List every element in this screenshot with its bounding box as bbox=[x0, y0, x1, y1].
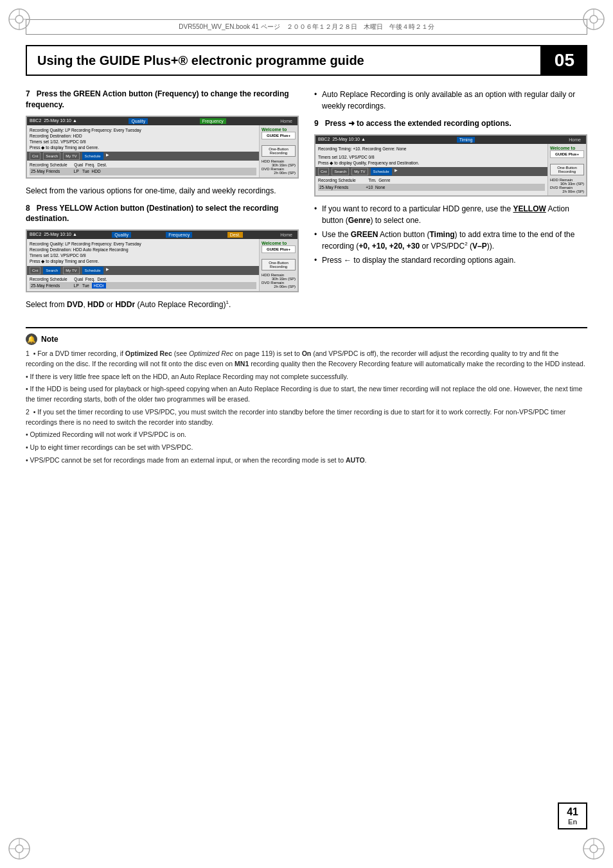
vp-text: V–P bbox=[472, 242, 487, 251]
content-columns: 7 Press the GREEN Action button (Frequen… bbox=[26, 89, 587, 317]
on-text: On bbox=[302, 350, 312, 357]
right-column: Auto Replace Recording is only available… bbox=[314, 89, 587, 317]
step7-heading: 7 Press the GREEN Action button (Frequen… bbox=[26, 89, 299, 111]
footnote2-b1: • Optimized Recording will not work if V… bbox=[26, 430, 587, 440]
footnote1-main: 1 • For a DVD timer recording, if Optimi… bbox=[26, 349, 587, 369]
footnote1-b1: • If there is very little free space lef… bbox=[26, 372, 587, 382]
auto-replace-bullet: Auto Replace Recording is only available… bbox=[314, 89, 587, 112]
hddr-text: HDDr bbox=[115, 300, 135, 309]
step9-heading: 9 Press ➜ to access the extended recordi… bbox=[314, 118, 587, 129]
footnote1-b2: • If the HDD is being used for playback … bbox=[26, 384, 587, 405]
genre-text: Genre bbox=[348, 216, 371, 225]
corner-br-decoration bbox=[581, 836, 607, 862]
page-number: 41 bbox=[567, 806, 578, 817]
green-text: GREEN bbox=[351, 230, 378, 239]
page-lang: En bbox=[567, 818, 578, 826]
step9-bullet3: Press ← to display the standard recordin… bbox=[314, 254, 587, 266]
tv-screen-step7: BBC2 25-May 10:10 ▲ Quality Frequency Ho… bbox=[26, 116, 299, 179]
chapter-number: 05 bbox=[542, 45, 587, 76]
tv-main-step9: Recording Timing: +10. Recording Genre: … bbox=[315, 144, 547, 195]
tv-screen-step8: BBC2 25-May 10:10 ▲ Quality Frequency De… bbox=[26, 229, 299, 292]
svg-point-13 bbox=[15, 845, 23, 853]
svg-point-1 bbox=[15, 15, 23, 23]
tv-main-step7: Recording Quality: LP Recording Frequenc… bbox=[27, 125, 259, 177]
tv-topbar-step9: BBC2 25-May 10:10 ▲ Timing Home bbox=[315, 136, 586, 144]
page-title: Using the GUIDE Plus+® electronic progra… bbox=[26, 45, 542, 76]
footnote2-b3: • VPS/PDC cannot be set for recordings m… bbox=[26, 456, 587, 466]
corner-bl-decoration bbox=[6, 836, 32, 862]
tv-topbar-step8: BBC2 25-May 10:10 ▲ Quality Frequency De… bbox=[27, 231, 298, 239]
page: DVR550H_WV_EN.book 41 ページ ２００６年１２月２８日 木曜… bbox=[0, 0, 613, 868]
note-section: 🔔 Note 1 • For a DVD timer recording, if… bbox=[26, 327, 587, 466]
yellow-text: YELLOW bbox=[513, 204, 546, 213]
note-icon: 🔔 bbox=[26, 333, 37, 345]
optimized-rec-italic: Optimized Rec bbox=[189, 350, 233, 357]
step9-bullets: If you want to record to a particular HD… bbox=[314, 203, 587, 266]
tv-sidebar-step7: Welcome to GUIDE Plus+ One-ButtonRecordi… bbox=[259, 125, 298, 177]
title-section: Using the GUIDE Plus+® electronic progra… bbox=[26, 45, 587, 76]
note-header: 🔔 Note bbox=[26, 333, 587, 345]
hdd-text: HDD bbox=[87, 300, 104, 309]
tv-body-step9: Recording Timing: +10. Recording Genre: … bbox=[315, 144, 586, 195]
svg-point-19 bbox=[590, 845, 598, 853]
tv-body-step7: Recording Quality: LP Recording Frequenc… bbox=[27, 125, 298, 177]
corner-tr-decoration bbox=[581, 6, 607, 32]
header-bar: DVR550H_WV_EN.book 41 ページ ２００６年１２月２８日 木曜… bbox=[26, 19, 587, 35]
tv-main-step8: Recording Quality: LP Recording Frequenc… bbox=[27, 239, 259, 291]
optimized-rec-bold: Optimized Rec bbox=[125, 350, 172, 357]
tv-body-step8: Recording Quality: LP Recording Frequenc… bbox=[27, 239, 298, 291]
auto-text: AUTO bbox=[346, 456, 365, 464]
times-text: +0, +10, +20, +30 bbox=[359, 242, 420, 251]
footnote2-b2: • Up to eight timer recordings can be se… bbox=[26, 443, 587, 453]
header-file-text: DVR550H_WV_EN.book 41 ページ ２００６年１２月２８日 木曜… bbox=[179, 23, 434, 30]
step8-para: Select from DVD, HDD or HDDr (Auto Repla… bbox=[26, 299, 299, 310]
step8-heading: 8 Press YELLOW Action button (Destinatio… bbox=[26, 203, 299, 225]
step7-para: Select from the various options for one-… bbox=[26, 185, 299, 197]
note-text: 1 • For a DVD timer recording, if Optimi… bbox=[26, 349, 587, 466]
tv-sidebar-step8: Welcome to GUIDE Plus+ One-ButtonRecordi… bbox=[259, 239, 298, 291]
timing-text: Timing bbox=[429, 230, 454, 239]
page-number-box: 41 En bbox=[558, 802, 587, 829]
tv-screen-step9: BBC2 25-May 10:10 ▲ Timing Home Recordin… bbox=[314, 134, 587, 197]
step9-bullet2: Use the GREEN Action button (Timing) to … bbox=[314, 229, 587, 252]
auto-replace-note: Auto Replace Recording is only available… bbox=[314, 89, 587, 112]
tv-topbar-step7: BBC2 25-May 10:10 ▲ Quality Frequency Ho… bbox=[27, 117, 298, 125]
footnote2-main: 2 • If you set the timer recording to us… bbox=[26, 407, 587, 428]
tv-sidebar-step9: Welcome to GUIDE Plus+ One-ButtonRecordi… bbox=[547, 144, 586, 195]
left-column: 7 Press the GREEN Action button (Frequen… bbox=[26, 89, 299, 317]
step9-bullet1: If you want to record to a particular HD… bbox=[314, 203, 587, 226]
note-label: Note bbox=[41, 335, 58, 344]
dvd-text: DVD bbox=[67, 300, 83, 309]
mn1-text: MN1 bbox=[235, 360, 249, 368]
corner-tl-decoration bbox=[6, 6, 32, 32]
svg-point-7 bbox=[590, 15, 598, 23]
